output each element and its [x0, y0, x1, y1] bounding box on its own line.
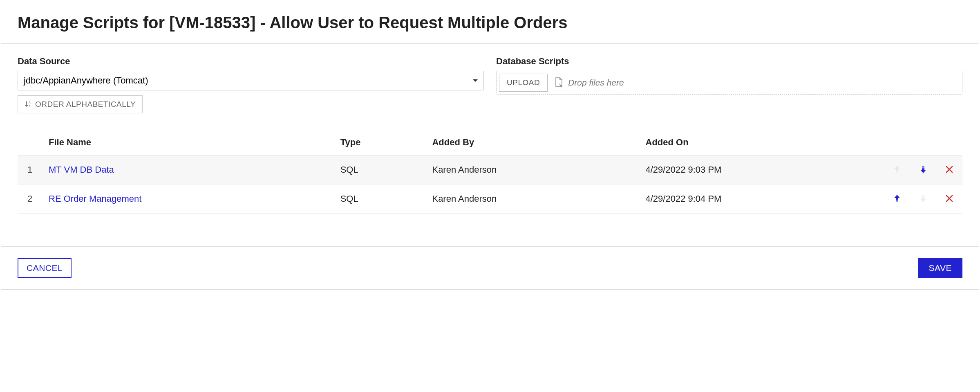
close-icon [945, 165, 953, 173]
added-by-cell: Karen Anderson [425, 185, 639, 214]
data-source-value: jdbc/AppianAnywhere (Tomcat) [24, 75, 148, 86]
added-by-cell: Karen Anderson [425, 155, 639, 185]
col-moveup-header [884, 130, 910, 155]
arrow-up-icon [893, 194, 901, 203]
table-row: 1MT VM DB DataSQLKaren Anderson4/29/2022… [18, 155, 962, 185]
move-up-cell [884, 185, 910, 214]
data-source-select-wrap: jdbc/AppianAnywhere (Tomcat) [18, 71, 484, 90]
dialog-footer: CANCEL SAVE [1, 246, 979, 289]
move-up-button[interactable] [891, 192, 903, 205]
arrow-down-icon [919, 164, 927, 174]
col-remove-header [936, 130, 962, 155]
drop-placeholder: Drop files here [568, 78, 624, 88]
col-addedby-header: Added By [425, 130, 639, 155]
database-scripts-label: Database Scripts [496, 56, 962, 67]
save-button[interactable]: SAVE [918, 258, 962, 278]
col-type-header: Type [334, 130, 426, 155]
svg-rect-11 [922, 195, 924, 196]
remove-cell [936, 155, 962, 185]
col-movedown-header [910, 130, 936, 155]
close-icon [945, 194, 953, 203]
manage-scripts-dialog: Manage Scripts for [VM-18533] - Allow Us… [1, 1, 979, 290]
dialog-header: Manage Scripts for [VM-18533] - Allow Us… [1, 1, 979, 44]
database-scripts-section: Database Scripts UPLOAD Drop files here [496, 56, 962, 113]
file-drop-icon [554, 77, 564, 88]
svg-rect-3 [896, 171, 898, 171]
table-header-row: File Name Type Added By Added On [18, 130, 962, 155]
data-source-label: Data Source [18, 56, 484, 67]
data-source-section: Data Source jdbc/AppianAnywhere (Tomcat)… [18, 56, 484, 113]
type-cell: SQL [334, 185, 426, 214]
col-filename-header: File Name [42, 130, 334, 155]
dialog-title: Manage Scripts for [VM-18533] - Allow Us… [18, 14, 962, 32]
col-addedon-header: Added On [639, 130, 884, 155]
col-index-header [18, 130, 42, 155]
svg-rect-2 [896, 170, 898, 170]
added-on-cell: 4/29/2022 9:03 PM [639, 155, 884, 185]
svg-rect-10 [896, 201, 898, 202]
move-up-cell [884, 155, 910, 185]
file-name-cell: MT VM DB Data [42, 155, 334, 185]
dialog-body: Data Source jdbc/AppianAnywhere (Tomcat)… [1, 44, 979, 246]
file-name-cell: RE Order Management [42, 185, 334, 214]
svg-text:Z: Z [29, 105, 31, 108]
svg-rect-6 [922, 167, 924, 168]
file-link[interactable]: MT VM DB Data [49, 164, 114, 175]
remove-button[interactable] [944, 164, 955, 175]
svg-rect-13 [922, 198, 924, 198]
scripts-table: File Name Type Added By Added On 1MT VM … [18, 130, 962, 214]
svg-rect-9 [896, 200, 898, 201]
file-link[interactable]: RE Order Management [49, 194, 141, 204]
upload-dropzone[interactable]: UPLOAD Drop files here [496, 71, 962, 95]
row-index: 1 [18, 155, 42, 185]
added-on-cell: 4/29/2022 9:04 PM [639, 185, 884, 214]
upload-button[interactable]: UPLOAD [499, 74, 548, 92]
move-down-cell [910, 185, 936, 214]
cancel-button[interactable]: CANCEL [18, 258, 72, 278]
remove-button[interactable] [944, 193, 955, 204]
svg-rect-7 [922, 169, 924, 169]
form-row: Data Source jdbc/AppianAnywhere (Tomcat)… [18, 56, 962, 113]
table-row: 2RE Order ManagementSQLKaren Anderson4/2… [18, 185, 962, 214]
svg-rect-5 [922, 166, 924, 167]
drop-area: Drop files here [554, 74, 960, 92]
order-alphabetically-button[interactable]: A Z ORDER ALPHABETICALLY [18, 95, 143, 113]
remove-cell [936, 185, 962, 214]
move-up-button [891, 163, 903, 176]
move-down-button [917, 192, 929, 205]
move-down-cell [910, 155, 936, 185]
svg-rect-4 [896, 172, 898, 173]
row-index: 2 [18, 185, 42, 214]
svg-rect-12 [922, 196, 924, 197]
data-source-select[interactable]: jdbc/AppianAnywhere (Tomcat) [18, 71, 484, 90]
sort-icon: A Z [25, 101, 32, 108]
order-alphabetically-label: ORDER ALPHABETICALLY [35, 100, 136, 109]
svg-rect-8 [896, 199, 898, 199]
arrow-up-icon [893, 164, 901, 174]
type-cell: SQL [334, 155, 426, 185]
svg-text:A: A [29, 101, 31, 104]
arrow-down-icon [919, 194, 927, 203]
move-down-button[interactable] [917, 163, 929, 176]
